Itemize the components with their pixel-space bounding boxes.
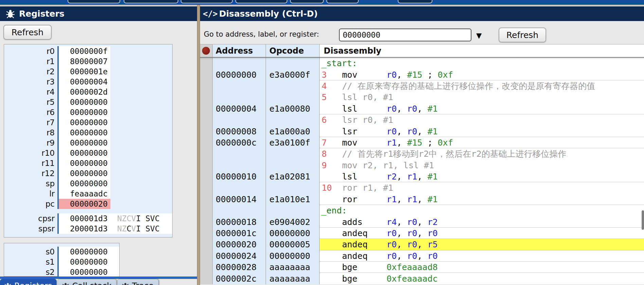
disassembly-listing: _start:00000000e3a0000f3movr0, #15 ; 0xf…	[200, 58, 644, 284]
opcode-cell: e0904002	[266, 216, 320, 227]
register-row: r800000000	[4, 128, 172, 138]
breakpoint-gutter-cell[interactable]	[200, 92, 213, 103]
breakpoint-gutter-cell[interactable]	[200, 80, 213, 92]
register-value[interactable]: 00000000	[59, 168, 110, 178]
tab-registers[interactable]: Registers	[0, 279, 57, 285]
disassembly-row: 00000014e1a010e1rorr1, r1, #1	[200, 194, 644, 205]
operand-punctuation: ;	[422, 70, 437, 80]
registers-refresh-button[interactable]: Refresh	[3, 25, 52, 40]
register-value[interactable]: 00000004	[59, 77, 110, 87]
top-toolbar-button[interactable]	[124, 0, 178, 3]
breakpoint-gutter-cell[interactable]	[200, 273, 213, 284]
register-value[interactable]: 00000000	[59, 257, 119, 267]
mnemonic: andeq	[342, 240, 387, 249]
register-name: r12	[4, 169, 57, 178]
register-value[interactable]: 00000000	[59, 128, 110, 138]
disassembly-row: 0000002400000000andeqr0, r0, r0	[200, 250, 644, 262]
register-value[interactable]: 80000007	[59, 56, 110, 66]
breakpoint-gutter-cell[interactable]	[200, 69, 213, 80]
operand-immediate: #15	[407, 70, 422, 80]
top-toolbar-button[interactable]	[181, 0, 233, 3]
register-row: r600000000	[4, 107, 172, 117]
breakpoint-gutter-cell[interactable]	[200, 126, 213, 137]
register-value[interactable]: 0000000f	[59, 46, 110, 56]
breakpoint-gutter-cell[interactable]	[200, 137, 213, 148]
register-value[interactable]: 00000000	[59, 148, 110, 158]
breakpoint-gutter-cell[interactable]	[200, 103, 213, 114]
breakpoint-gutter-cell[interactable]	[200, 250, 213, 262]
register-row-filler	[110, 87, 172, 97]
flag-letter: C	[127, 224, 131, 233]
register-row-filler	[110, 128, 172, 138]
mnemonic: lsl	[342, 104, 387, 114]
register-value[interactable]: 00000000	[59, 117, 110, 128]
top-toolbar-button[interactable]	[235, 0, 287, 3]
address-cell	[213, 160, 266, 171]
line-number: 6	[321, 115, 342, 125]
tab-trace[interactable]: Trace	[117, 279, 159, 285]
register-value[interactable]: 000001d3	[59, 213, 110, 224]
breakpoint-gutter-cell[interactable]	[200, 160, 213, 171]
goto-address-input[interactable]	[339, 28, 471, 41]
register-value[interactable]: 00000000	[59, 97, 110, 107]
register-value[interactable]: 00000000	[59, 247, 119, 257]
register-value[interactable]: 00000000	[59, 138, 110, 148]
flag-letter: C	[155, 224, 160, 233]
breakpoint-gutter-cell[interactable]	[200, 262, 213, 273]
float-registers-table: s000000000s100000000s200000000	[4, 243, 120, 277]
disassembly-row: 00000000e3a0000f3movr0, #15 ; 0xf	[200, 69, 644, 80]
register-value[interactable]: 0000002d	[59, 87, 110, 97]
register-row-filler	[110, 77, 172, 87]
register-value[interactable]: 00000020	[59, 199, 110, 209]
chevron-down-icon[interactable]: ▼	[476, 32, 482, 40]
breakpoint-gutter-cell[interactable]	[200, 228, 213, 239]
breakpoint-gutter-cell[interactable]	[200, 114, 213, 126]
register-value[interactable]: 00000000	[59, 158, 110, 168]
operand-punctuation: ,	[417, 127, 427, 136]
top-toolbar-button[interactable]	[290, 0, 324, 3]
disassembly-table-header: Address Opcode Disassembly	[200, 44, 644, 58]
breakpoint-gutter-cell[interactable]	[200, 58, 213, 69]
operand-punctuation: ;	[422, 138, 437, 148]
panel-resize-divider[interactable]	[197, 5, 200, 285]
operand-register: r0	[407, 251, 417, 261]
operand-register: r0	[407, 104, 417, 114]
top-toolbar-button[interactable]	[326, 0, 359, 3]
breakpoint-gutter-cell[interactable]	[200, 239, 213, 250]
code-label: _end:	[321, 206, 347, 215]
breakpoint-icon	[202, 47, 210, 55]
register-row-filler	[110, 107, 172, 117]
flag-letter	[141, 214, 145, 223]
breakpoint-gutter-cell[interactable]	[200, 182, 213, 193]
breakpoint-gutter-cell[interactable]	[200, 148, 213, 159]
operand-register: r0	[407, 217, 417, 227]
register-value[interactable]: feaaaadc	[59, 189, 110, 199]
breakpoint-gutter-cell[interactable]	[200, 194, 213, 205]
disassembly-refresh-button[interactable]: Refresh	[499, 27, 546, 42]
breakpoint-column-header[interactable]	[200, 44, 213, 57]
opcode-cell	[266, 182, 320, 193]
disassembly-row: 10ror r1, #1	[200, 182, 644, 193]
operand-punctuation: ,	[397, 70, 407, 80]
operand-register: r2	[387, 172, 397, 182]
tab-call-stack[interactable]: Call stack	[57, 279, 117, 285]
flag-letter: S	[145, 214, 150, 223]
bug-icon	[5, 9, 15, 18]
register-value[interactable]: 0000001e	[59, 66, 110, 77]
scrollbar-thumb[interactable]	[642, 210, 644, 230]
disassembly-row: 6lsr r0, #1	[200, 114, 644, 126]
register-value[interactable]: 00000000	[59, 107, 110, 117]
top-toolbar-button[interactable]	[68, 0, 120, 3]
operand-punctuation: ,	[397, 104, 407, 114]
register-value[interactable]: 00000000	[59, 178, 110, 189]
top-toolbar-button[interactable]	[398, 0, 432, 3]
operand-register: r1	[387, 194, 397, 204]
bug-icon	[4, 282, 12, 285]
register-value[interactable]: 200001d3	[59, 224, 110, 234]
register-value[interactable]: 00000000	[59, 267, 119, 277]
breakpoint-gutter-cell[interactable]	[200, 171, 213, 182]
breakpoint-gutter-cell[interactable]	[200, 205, 213, 216]
breakpoint-gutter-cell[interactable]	[200, 216, 213, 227]
flag-letter: S	[145, 224, 150, 233]
mnemonic: bge	[342, 262, 387, 272]
